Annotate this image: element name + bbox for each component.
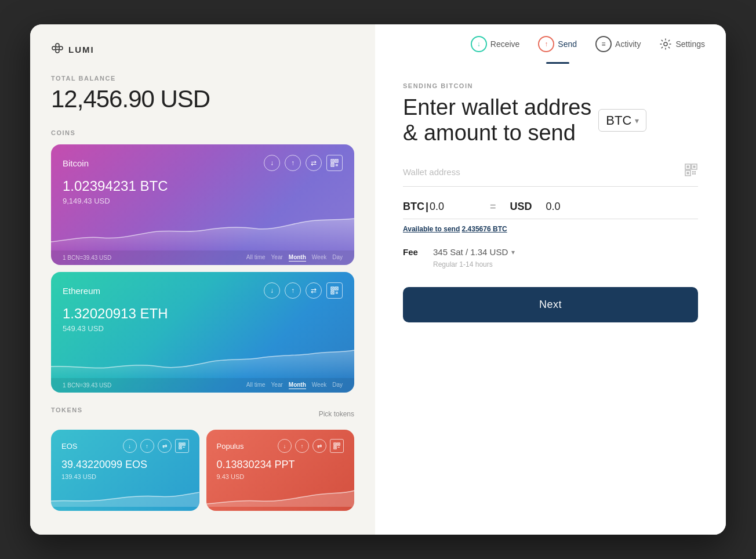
svg-rect-36 bbox=[338, 444, 339, 445]
bitcoin-card-header: Bitcoin ↓ ↑ ⇄ bbox=[63, 155, 343, 171]
available-label: Available to send bbox=[403, 225, 460, 233]
nav-settings[interactable]: Settings bbox=[659, 38, 705, 50]
svg-rect-23 bbox=[337, 293, 338, 294]
bitcoin-name: Bitcoin bbox=[63, 158, 89, 168]
eos-token-actions: ↓ ↑ ⇄ bbox=[123, 439, 189, 453]
svg-rect-7 bbox=[332, 161, 333, 162]
send-title-text: Enter wallet addres& amount to send bbox=[403, 95, 591, 146]
bitcoin-receive-btn[interactable]: ↓ bbox=[264, 155, 280, 171]
svg-rect-46 bbox=[687, 172, 689, 175]
usd-label: USD bbox=[510, 201, 532, 213]
total-balance-amount: 12,456.90 USD bbox=[51, 85, 354, 113]
bitcoin-qr-btn[interactable] bbox=[326, 155, 343, 171]
svg-rect-22 bbox=[336, 293, 337, 294]
wallet-address-row bbox=[403, 163, 698, 187]
send-content: SENDING BITCOIN Enter wallet addres& amo… bbox=[375, 64, 726, 535]
svg-point-2 bbox=[59, 46, 63, 50]
bitcoin-send-btn[interactable]: ↑ bbox=[285, 155, 301, 171]
svg-rect-17 bbox=[332, 288, 333, 289]
ethereum-rate: 1 BCN=39.43 USD bbox=[63, 382, 111, 389]
eos-chart bbox=[51, 484, 199, 507]
svg-rect-28 bbox=[183, 444, 184, 445]
bitcoin-filter-year[interactable]: Year bbox=[271, 254, 283, 262]
equals-sign: = bbox=[490, 201, 496, 213]
populus-send-btn[interactable]: ↑ bbox=[295, 439, 309, 453]
right-panel: ↓ Receive ↑ Send ≡ Activity Settings SEN… bbox=[375, 24, 726, 535]
bitcoin-filter-month[interactable]: Month bbox=[289, 254, 306, 262]
populus-token-actions: ↓ ↑ ⇄ bbox=[278, 439, 344, 453]
app-container: LUMI TOTAL BALANCE 12,456.90 USD COINS B… bbox=[30, 24, 726, 535]
ethereum-filter-week[interactable]: Week bbox=[312, 382, 326, 389]
fee-row: Fee 345 Sat / 1.34 USD ▾ bbox=[403, 247, 698, 257]
logo-area: LUMI bbox=[51, 43, 354, 56]
btc-label: BTC bbox=[403, 201, 424, 213]
ethereum-qr-btn[interactable] bbox=[326, 282, 343, 299]
svg-rect-19 bbox=[332, 292, 333, 293]
svg-point-3 bbox=[56, 49, 59, 53]
svg-rect-12 bbox=[336, 165, 337, 166]
eos-token-card: EOS ↓ ↑ ⇄ bbox=[51, 430, 199, 511]
bitcoin-filter-week[interactable]: Week bbox=[312, 254, 326, 262]
svg-rect-9 bbox=[332, 165, 333, 166]
eos-receive-btn[interactable]: ↓ bbox=[123, 439, 137, 453]
populus-exchange-btn[interactable]: ⇄ bbox=[312, 439, 326, 453]
bitcoin-exchange-btn[interactable]: ⇄ bbox=[306, 155, 322, 171]
currency-select[interactable]: BTC ▾ bbox=[598, 109, 646, 132]
currency-value: BTC bbox=[606, 113, 631, 128]
populus-qr-btn[interactable] bbox=[330, 439, 344, 453]
nav-receive[interactable]: ↓ Receive bbox=[471, 36, 520, 52]
logo-text: LUMI bbox=[68, 45, 94, 55]
receive-icon: ↓ bbox=[471, 36, 487, 52]
nav-bar: ↓ Receive ↑ Send ≡ Activity Settings bbox=[375, 24, 726, 64]
send-icon: ↑ bbox=[538, 36, 554, 52]
populus-token-header: Populus ↓ ↑ ⇄ bbox=[217, 439, 344, 453]
svg-rect-13 bbox=[337, 165, 338, 166]
ethereum-actions: ↓ ↑ ⇄ bbox=[264, 282, 343, 299]
bitcoin-filter-alltime[interactable]: All time bbox=[246, 254, 266, 262]
ethereum-receive-btn[interactable]: ↓ bbox=[264, 282, 280, 299]
send-label: Send bbox=[558, 39, 577, 49]
sending-label: SENDING BITCOIN bbox=[403, 82, 698, 89]
svg-rect-38 bbox=[338, 447, 339, 448]
eos-exchange-btn[interactable]: ⇄ bbox=[158, 439, 172, 453]
bitcoin-chart bbox=[51, 210, 354, 251]
wallet-qr-icon[interactable] bbox=[684, 163, 698, 180]
nav-send[interactable]: ↑ Send bbox=[538, 36, 577, 52]
btc-amount-input[interactable] bbox=[430, 201, 476, 213]
ethereum-send-btn[interactable]: ↑ bbox=[285, 282, 301, 299]
activity-label: Activity bbox=[615, 39, 641, 49]
bitcoin-rate: 1 BCN=39.43 USD bbox=[63, 255, 111, 261]
currency-arrow-icon: ▾ bbox=[635, 116, 639, 125]
eos-qr-btn[interactable] bbox=[175, 439, 189, 453]
btc-cursor: | bbox=[426, 201, 428, 213]
ethereum-filter-alltime[interactable]: All time bbox=[246, 382, 266, 389]
nav-activity[interactable]: ≡ Activity bbox=[595, 36, 641, 52]
available-amount[interactable]: 2.435676 BTC bbox=[462, 225, 507, 233]
send-title: Enter wallet addres& amount to send BTC … bbox=[403, 95, 698, 146]
bitcoin-footer: 1 BCN=39.43 USD All time Year Month Week… bbox=[51, 251, 354, 265]
ethereum-filter-day[interactable]: Day bbox=[332, 382, 343, 389]
svg-rect-50 bbox=[695, 173, 696, 175]
left-panel: LUMI TOTAL BALANCE 12,456.90 USD COINS B… bbox=[30, 24, 375, 535]
ethereum-filter-year[interactable]: Year bbox=[271, 382, 283, 389]
eos-send-btn[interactable]: ↑ bbox=[140, 439, 154, 453]
pick-tokens-btn[interactable]: Pick tokens bbox=[319, 410, 354, 418]
fee-value-select[interactable]: 345 Sat / 1.34 USD ▾ bbox=[433, 247, 515, 257]
populus-amount: 0.13830234 PPT bbox=[217, 459, 344, 471]
bitcoin-filter-day[interactable]: Day bbox=[332, 254, 343, 262]
next-button[interactable]: Next bbox=[403, 287, 698, 322]
ethereum-filter-month[interactable]: Month bbox=[289, 382, 306, 389]
bitcoin-amount: 1.02394231 BTC bbox=[63, 178, 343, 194]
populus-receive-btn[interactable]: ↓ bbox=[278, 439, 292, 453]
ethereum-exchange-btn[interactable]: ⇄ bbox=[306, 282, 322, 299]
svg-rect-44 bbox=[687, 166, 689, 168]
svg-rect-29 bbox=[180, 447, 181, 448]
svg-rect-49 bbox=[692, 173, 694, 175]
ethereum-time-filters: All time Year Month Week Day bbox=[246, 382, 343, 389]
svg-rect-35 bbox=[335, 444, 336, 445]
eos-usd: 139.43 USD bbox=[61, 473, 189, 480]
tokens-label: TOKENS bbox=[51, 406, 83, 413]
svg-rect-21 bbox=[337, 292, 338, 293]
coins-section: COINS Bitcoin ↓ ↑ ⇄ bbox=[51, 129, 354, 393]
wallet-address-input[interactable] bbox=[403, 167, 677, 177]
